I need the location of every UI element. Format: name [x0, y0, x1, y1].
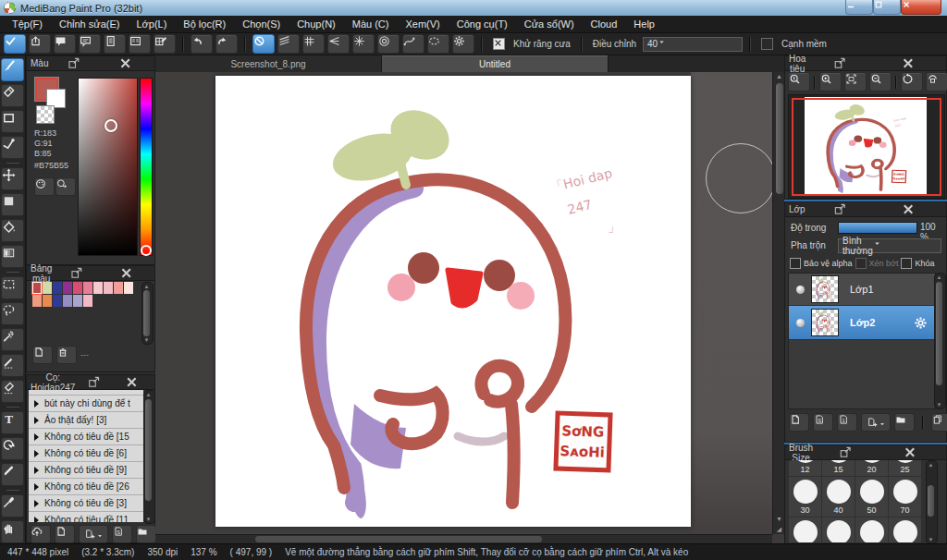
- brush-size-scrollbar[interactable]: ▲ ▼: [926, 460, 938, 544]
- expand-arrow-icon[interactable]: [34, 417, 39, 424]
- snap-curve-button[interactable]: [402, 34, 424, 54]
- layer-8bit-button[interactable]: 1: [837, 413, 857, 432]
- brush-size-15[interactable]: 15: [822, 460, 855, 476]
- layer-scrollbar[interactable]: ▲ ▼: [934, 273, 946, 409]
- maximize-button[interactable]: [873, 0, 901, 15]
- undo-button[interactable]: [191, 34, 213, 54]
- brush-list-item[interactable]: bút này chi dùng để t: [29, 396, 143, 412]
- tool-text[interactable]: T: [1, 411, 24, 434]
- menu-item-3[interactable]: Lớp(L): [128, 16, 175, 33]
- tool-fill-rect[interactable]: [1, 193, 24, 216]
- navigator-thumbnail[interactable]: [788, 94, 945, 199]
- palette-swatch[interactable]: [43, 282, 52, 294]
- soft-edge-checkbox[interactable]: [761, 38, 773, 50]
- layer-visibility-toggle[interactable]: [796, 319, 805, 327]
- palette-toggle-button[interactable]: [34, 177, 55, 196]
- zoom-out-button[interactable]: [869, 72, 892, 91]
- new-layer-button[interactable]: [789, 413, 809, 432]
- tool-move[interactable]: [1, 167, 24, 190]
- palette-swatch[interactable]: [83, 282, 92, 294]
- pasteboard[interactable]: [155, 72, 772, 534]
- brush-script-button[interactable]: S: [112, 525, 132, 543]
- layer-thumbnail[interactable]: [811, 309, 839, 336]
- opacity-slider[interactable]: [838, 222, 917, 234]
- expand-arrow-icon[interactable]: [34, 483, 39, 491]
- menu-item-9[interactable]: Công cụ(T): [449, 16, 516, 33]
- tool-select-eraser[interactable]: [1, 380, 24, 403]
- add-swatch-button[interactable]: [32, 346, 53, 364]
- brush-list-item[interactable]: Không có tiêu đề [11: [29, 512, 143, 522]
- layer-visibility-toggle[interactable]: [796, 286, 805, 294]
- sv-marker[interactable]: [105, 119, 117, 132]
- brush-size-25[interactable]: 25: [889, 460, 921, 476]
- hue-bar[interactable]: [140, 78, 153, 256]
- transparent-color-swatch[interactable]: [36, 105, 55, 124]
- canvas-edit-button[interactable]: [154, 34, 176, 54]
- brush-folder-button[interactable]: [136, 525, 156, 543]
- menu-item-4[interactable]: Bộ lọc(R): [175, 16, 234, 33]
- blend-select[interactable]: Bình thường: [838, 238, 941, 253]
- layer-row-1[interactable]: Lớp1: [789, 274, 935, 306]
- menu-item-11[interactable]: Cloud: [583, 16, 626, 33]
- tool-magic-wand[interactable]: [1, 328, 24, 351]
- snap-ellipse-button[interactable]: [427, 34, 449, 54]
- tool-transform[interactable]: [1, 437, 24, 460]
- palette-swatch[interactable]: [83, 295, 92, 307]
- menu-item-2[interactable]: Chỉnh sửa(E): [51, 16, 128, 33]
- adjust-select[interactable]: 40: [643, 37, 743, 52]
- expand-arrow-icon[interactable]: [34, 467, 39, 474]
- zoom-in-button[interactable]: [819, 72, 842, 91]
- brush-list-item[interactable]: Không có tiêu đề [6]: [29, 445, 143, 462]
- add-layer-button[interactable]: [861, 413, 891, 432]
- protect-alpha-checkbox[interactable]: [790, 258, 801, 269]
- palette-swatch[interactable]: [104, 282, 113, 294]
- brush-scrollbar[interactable]: ▲ ▼: [143, 390, 155, 524]
- menu-item-12[interactable]: Help: [625, 16, 663, 33]
- document-tab-2[interactable]: Untitled: [382, 55, 609, 72]
- brush-size-70[interactable]: 70: [889, 477, 921, 517]
- tool-gradient[interactable]: [1, 245, 24, 268]
- document-info-button[interactable]: [104, 34, 126, 54]
- palette-swap-button[interactable]: [55, 177, 76, 196]
- brush-size-12[interactable]: 12: [789, 460, 821, 476]
- tool-brush[interactable]: [1, 58, 24, 81]
- expand-arrow-icon[interactable]: [34, 450, 39, 457]
- palette-swatch[interactable]: [32, 282, 42, 294]
- brush-list-item[interactable]: Không có tiêu đề [26: [29, 479, 143, 495]
- snap-grid-button[interactable]: [302, 34, 325, 54]
- redo-button[interactable]: [215, 34, 238, 54]
- tool-eyedropper[interactable]: [1, 494, 24, 517]
- material-panel-button[interactable]: [129, 34, 151, 54]
- palette-swatch[interactable]: [73, 282, 82, 294]
- tool-control-point[interactable]: [1, 136, 24, 159]
- minimize-button[interactable]: [845, 0, 873, 15]
- tool-hand[interactable]: [1, 520, 24, 543]
- rotate-reset-button[interactable]: [926, 72, 947, 91]
- zoom-fit-button[interactable]: [844, 72, 867, 91]
- tool-shape[interactable]: [1, 110, 24, 133]
- comment-panel-button[interactable]: [79, 34, 101, 54]
- expand-arrow-icon[interactable]: [34, 433, 39, 441]
- layer-thumbnail[interactable]: [811, 275, 839, 303]
- snap-settings-button[interactable]: [452, 34, 474, 54]
- navigator-view-rect[interactable]: [792, 98, 941, 196]
- comment-button[interactable]: [54, 34, 76, 54]
- menu-item-7[interactable]: Màu (C): [344, 16, 398, 33]
- menu-item-6[interactable]: Chụp(N): [289, 16, 344, 33]
- zoom-actual-button[interactable]: [788, 72, 810, 91]
- palette-swatch[interactable]: [63, 295, 72, 307]
- layer-settings-gear-icon[interactable]: [914, 316, 928, 330]
- brush-list-item[interactable]: Không có tiêu đề [15: [29, 429, 143, 445]
- add-brush-button[interactable]: [79, 525, 108, 543]
- delete-swatch-button[interactable]: [56, 346, 77, 364]
- brush-size-200[interactable]: 200: [855, 517, 888, 542]
- menu-item-5[interactable]: Chọn(S): [234, 16, 289, 33]
- publish-button[interactable]: [29, 34, 51, 54]
- tool-select-pen[interactable]: [1, 354, 24, 377]
- palette-scrollbar[interactable]: ▲ ▼: [141, 282, 154, 345]
- snap-off-button[interactable]: [252, 34, 275, 54]
- saturation-value-box[interactable]: [78, 78, 138, 256]
- tool-pen[interactable]: [1, 463, 24, 486]
- palette-swatch[interactable]: [43, 295, 52, 307]
- expand-arrow-icon[interactable]: [34, 500, 39, 507]
